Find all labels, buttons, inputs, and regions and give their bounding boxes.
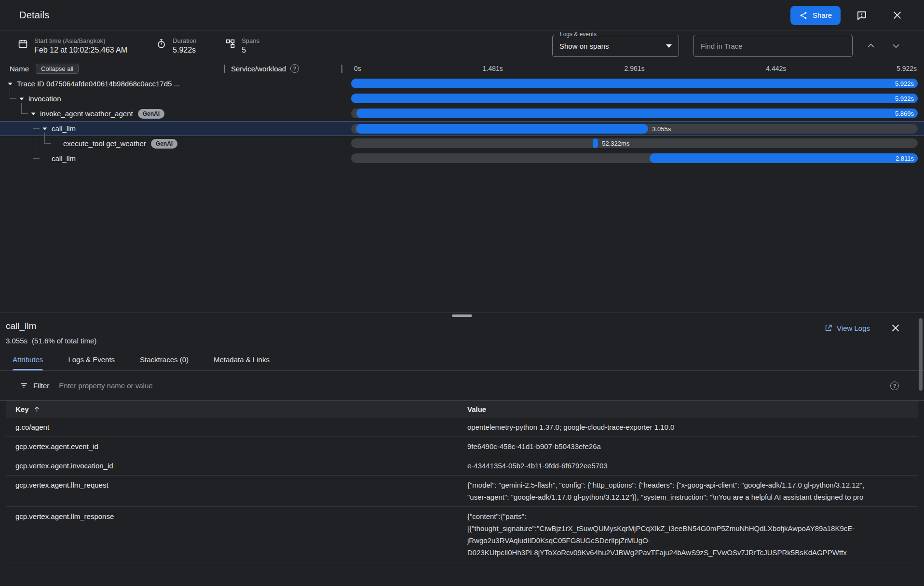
attribute-key: gcp.vertex.agent.llm_request bbox=[6, 479, 467, 503]
find-in-trace-input[interactable] bbox=[701, 42, 845, 50]
collapse-all-button[interactable]: Collapse all bbox=[36, 64, 79, 74]
attribute-row[interactable]: gcp.vertex.agent.invocation_ide-43441354… bbox=[6, 456, 918, 476]
attributes-table-header: Key Value bbox=[6, 401, 918, 418]
chevron-down-icon[interactable] bbox=[29, 109, 38, 118]
timeline-tick: 0s bbox=[354, 65, 361, 72]
span-track bbox=[351, 124, 918, 134]
trace-span-row[interactable]: call_llm3.055s bbox=[0, 121, 924, 136]
span-duration-label: 2.811s bbox=[896, 155, 914, 162]
feedback-button[interactable] bbox=[853, 7, 870, 24]
chevron-down-icon[interactable] bbox=[41, 124, 49, 133]
find-previous-button[interactable] bbox=[864, 39, 878, 53]
help-icon[interactable]: ? bbox=[290, 64, 299, 73]
feedback-icon bbox=[856, 10, 868, 21]
view-logs-button[interactable]: View Logs bbox=[824, 324, 870, 332]
trace-span-row[interactable]: Trace ID 0d75064afde040614b98d68c0acc17d… bbox=[0, 76, 924, 91]
attribute-key: gcp.vertex.agent.invocation_id bbox=[6, 460, 467, 472]
logs-events-select[interactable]: Logs & events Show on spans bbox=[552, 35, 679, 57]
key-column-header[interactable]: Key bbox=[15, 405, 29, 413]
tab-stacktraces-0[interactable]: Stacktraces (0) bbox=[140, 355, 189, 370]
span-duration-bar[interactable]: 5.922s bbox=[351, 79, 918, 88]
twisty-spacer bbox=[52, 139, 61, 148]
start-time-label: Start time (Asia/Bangkok) bbox=[34, 37, 127, 44]
scrollbar-thumb[interactable] bbox=[919, 318, 923, 391]
span-duration-bar[interactable]: 2.811s bbox=[650, 153, 918, 163]
trace-tree: Trace ID 0d75064afde040614b98d68c0acc17d… bbox=[0, 76, 924, 166]
span-duration-label: 52.322ms bbox=[602, 140, 629, 147]
tab-attributes[interactable]: Attributes bbox=[13, 355, 43, 370]
span-timeline-cell: 2.811s bbox=[351, 151, 918, 166]
span-timeline-cell: 3.055s bbox=[351, 122, 918, 136]
genai-badge: GenAI bbox=[151, 139, 177, 149]
span-duration-bar[interactable] bbox=[593, 138, 598, 148]
chevron-down-icon[interactable] bbox=[6, 80, 14, 88]
sort-ascending-icon[interactable] bbox=[33, 406, 41, 413]
close-icon bbox=[893, 11, 902, 20]
stopwatch-icon bbox=[156, 39, 166, 51]
tab-logs-events[interactable]: Logs & Events bbox=[68, 355, 115, 370]
filter-label: Filter bbox=[33, 382, 49, 390]
attribute-key: g.co/agent bbox=[6, 421, 467, 433]
service-column-header: Service/workload ? bbox=[231, 64, 299, 73]
duration-value: 5.922s bbox=[173, 46, 196, 55]
span-name: call_llm bbox=[52, 124, 76, 133]
span-duration-label: 5.922s bbox=[895, 80, 914, 87]
open-in-new-icon bbox=[824, 324, 832, 332]
span-details-title: call_llm bbox=[6, 321, 96, 331]
logs-events-select-value: Show on spans bbox=[559, 42, 666, 50]
find-next-button[interactable] bbox=[889, 39, 903, 53]
trace-span-row[interactable]: invoke_agent weather_agentGenAI5.869s bbox=[0, 106, 924, 121]
chevron-down-icon[interactable] bbox=[17, 95, 26, 103]
span-duration-bar[interactable]: 5.869s bbox=[356, 109, 918, 118]
span-duration-label: 3.055s bbox=[652, 125, 671, 133]
close-span-details-button[interactable] bbox=[888, 321, 903, 335]
span-track: 5.922s bbox=[351, 94, 918, 103]
attribute-row[interactable]: gcp.vertex.agent.llm_response{"content":… bbox=[6, 507, 918, 562]
trace-details-window: Details Share Start time (Asia/Bangko bbox=[0, 0, 924, 586]
span-track: 2.811s bbox=[351, 153, 918, 163]
span-name-cell: invocation bbox=[0, 95, 351, 103]
timeline-tick: 2.961s bbox=[624, 65, 644, 72]
share-button[interactable]: Share bbox=[790, 6, 841, 25]
trace-span-row[interactable]: invocation5.922s bbox=[0, 91, 924, 106]
span-duration-label: 5.922s bbox=[895, 95, 914, 102]
spans-meta: Spans 5 bbox=[225, 37, 259, 55]
panel-resize-handle[interactable] bbox=[452, 314, 472, 317]
column-divider bbox=[341, 65, 342, 73]
span-duration-bar[interactable]: 5.922s bbox=[351, 94, 918, 103]
close-details-button[interactable] bbox=[890, 8, 905, 23]
attribute-row[interactable]: g.co/agentopentelemetry-python 1.37.0; g… bbox=[6, 418, 918, 437]
span-name-cell: call_llm bbox=[0, 154, 351, 163]
view-logs-label: View Logs bbox=[837, 324, 870, 332]
span-name: execute_tool get_weather bbox=[63, 139, 146, 148]
help-icon[interactable]: ? bbox=[890, 382, 899, 390]
trace-toolbar: Start time (Asia/Bangkok) Feb 12 at 10:0… bbox=[0, 31, 924, 61]
attribute-value: {"content":{"parts": [{"thought_signatur… bbox=[467, 510, 918, 559]
attribute-value: 9fe6490c-458c-41d1-b907-b50433efe26a bbox=[467, 440, 918, 452]
waterfall-header-left: Name Collapse all Service/workload ? bbox=[0, 61, 351, 76]
span-track: 5.869s bbox=[351, 109, 918, 118]
span-timeline-cell: 52.322ms bbox=[351, 136, 918, 151]
name-column-header: Name bbox=[10, 65, 29, 73]
start-time-value: Feb 12 at 10:02:25.463 AM bbox=[34, 46, 127, 55]
span-duration-bar[interactable] bbox=[356, 124, 648, 134]
span-timeline-cell: 5.922s bbox=[351, 76, 918, 91]
span-name-cell: invoke_agent weather_agentGenAI bbox=[0, 109, 351, 119]
span-details-header: call_llm 3.055s(51.6% of total time) Vie… bbox=[0, 313, 924, 345]
filter-input[interactable] bbox=[59, 382, 885, 390]
trace-span-row[interactable]: execute_tool get_weatherGenAI52.322ms bbox=[0, 136, 924, 151]
duration-label: Duration bbox=[173, 37, 196, 44]
attribute-key: gcp.vertex.agent.llm_response bbox=[6, 510, 467, 559]
attribute-row[interactable]: gcp.vertex.agent.event_id9fe6490c-458c-4… bbox=[6, 437, 918, 456]
span-details-subtitle: 3.055s(51.6% of total time) bbox=[6, 337, 96, 345]
tab-metadata-links[interactable]: Metadata & Links bbox=[214, 355, 270, 370]
span-name-cell: Trace ID 0d75064afde040614b98d68c0acc17d… bbox=[0, 80, 351, 88]
filter-icon bbox=[19, 381, 28, 390]
span-name-cell: execute_tool get_weatherGenAI bbox=[0, 139, 351, 149]
close-icon bbox=[891, 324, 900, 332]
attribute-row[interactable]: gcp.vertex.agent.llm_request{"model": "g… bbox=[6, 476, 918, 507]
span-track bbox=[351, 138, 918, 148]
span-timeline-cell: 5.922s bbox=[351, 91, 918, 106]
span-name: Trace ID 0d75064afde040614b98d68c0acc17d… bbox=[17, 80, 180, 88]
trace-span-row[interactable]: call_llm2.811s bbox=[0, 151, 924, 166]
